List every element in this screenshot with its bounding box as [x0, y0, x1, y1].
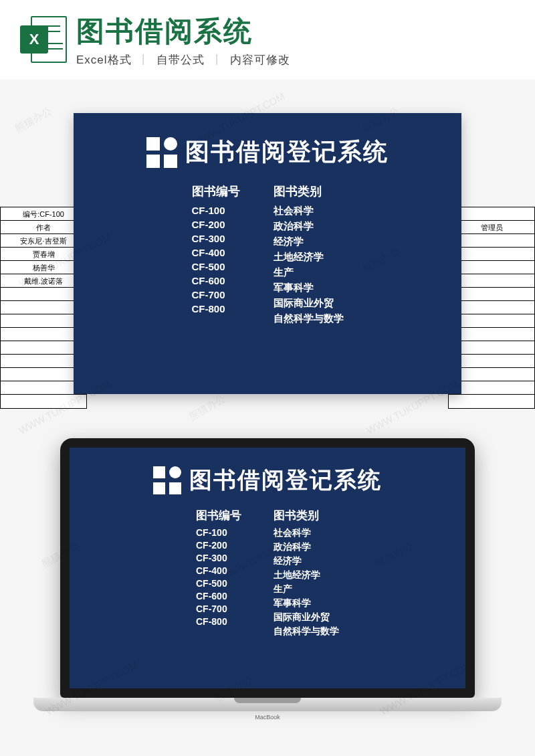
list-item: CF-600 — [192, 274, 240, 288]
list-item: 国际商业外贸 — [274, 610, 339, 624]
table-row — [449, 234, 534, 248]
list-item: CF-700 — [192, 288, 240, 302]
laptop-screen: 图书借阅登记系统 图书编号 CF-100CF-200CF-300CF-400CF… — [70, 448, 465, 688]
table-row — [449, 355, 534, 368]
card-title: 图书借阅登记系统 — [189, 465, 382, 496]
header-sub3: 内容可修改 — [230, 54, 290, 66]
list-item: CF-500 — [192, 260, 240, 274]
list-item: 经济学 — [274, 554, 339, 568]
excel-icon: X — [20, 16, 67, 63]
list-item: 社会科学 — [274, 526, 339, 540]
list-item: 土地经济学 — [274, 568, 339, 582]
table-row — [1, 395, 86, 408]
column-categories: 图书类别 社会科学政治科学经济学土地经济学生产军事科学国际商业外贸自然科学与数学 — [274, 508, 339, 638]
list-item: 土地经济学 — [274, 250, 344, 265]
header-subtitle: Excel格式 丨 自带公式 丨 内容可修改 — [76, 52, 515, 68]
header-sub2: 自带公式 — [156, 54, 205, 66]
card-body: 图书编号 CF-100CF-200CF-300CF-400CF-500CF-60… — [70, 508, 465, 638]
table-row — [449, 261, 534, 274]
header-title: 图书借阅系统 — [76, 16, 515, 47]
separator: 丨 — [138, 54, 150, 66]
table-row — [449, 328, 534, 341]
card-title-row: 图书借阅登记系统 — [70, 465, 465, 496]
list-item: CF-100 — [192, 203, 240, 217]
list-item: CF-200 — [192, 217, 240, 231]
col2-header: 图书类别 — [274, 183, 344, 199]
laptop-frame: 图书借阅登记系统 图书编号 CF-100CF-200CF-300CF-400CF… — [60, 438, 475, 698]
column-codes: 图书编号 CF-100CF-200CF-300CF-400CF-500CF-60… — [192, 183, 240, 326]
list-item: CF-400 — [196, 564, 241, 577]
list-item: CF-500 — [196, 577, 241, 589]
col1-header: 图书编号 — [192, 183, 240, 199]
separator: 丨 — [211, 54, 223, 66]
preview-area: 编号:CF-100作者安东尼·吉登斯贾春增杨善华戴维.波诺落 管理员 图书借阅登… — [0, 80, 535, 434]
list-item: CF-700 — [196, 602, 241, 615]
list-item: 国际商业外贸 — [274, 296, 344, 311]
list-item: CF-800 — [196, 615, 241, 628]
table-row — [449, 341, 534, 355]
list-item: CF-600 — [196, 589, 241, 602]
list-item: CF-300 — [196, 551, 241, 564]
col2-header: 图书类别 — [274, 508, 339, 523]
table-row — [449, 381, 534, 395]
list-item: 政治科学 — [274, 540, 339, 554]
template-card: 图书借阅登记系统 图书编号 CF-100CF-200CF-300CF-400CF… — [74, 113, 461, 394]
card-title: 图书借阅登记系统 — [185, 136, 389, 169]
laptop-base: MacBook — [33, 698, 502, 711]
list-item: CF-100 — [196, 526, 241, 539]
table-row — [449, 368, 534, 381]
table-row — [449, 207, 534, 221]
excel-badge-letter: X — [20, 25, 48, 54]
template-header: X 图书借阅系统 Excel格式 丨 自带公式 丨 内容可修改 — [0, 0, 535, 80]
table-row — [449, 288, 534, 301]
col1-header: 图书编号 — [196, 508, 241, 523]
list-item: CF-300 — [192, 231, 240, 246]
list-item: 军事科学 — [274, 280, 344, 296]
table-row — [449, 274, 534, 288]
table-row — [449, 395, 534, 408]
header-text: 图书借阅系统 Excel格式 丨 自带公式 丨 内容可修改 — [76, 16, 515, 68]
list-item: 经济学 — [274, 234, 344, 250]
column-codes: 图书编号 CF-100CF-200CF-300CF-400CF-500CF-60… — [196, 508, 241, 638]
header-sub1: Excel格式 — [76, 54, 132, 66]
table-row: 管理员 — [449, 221, 534, 234]
list-item: CF-200 — [196, 539, 241, 551]
list-item: 生产 — [274, 265, 344, 280]
list-item: 自然科学与数学 — [274, 624, 339, 638]
card-title-row: 图书借阅登记系统 — [74, 136, 461, 169]
column-categories: 图书类别 社会科学政治科学经济学土地经济学生产军事科学国际商业外贸自然科学与数学 — [274, 183, 344, 326]
laptop: 图书借阅登记系统 图书编号 CF-100CF-200CF-300CF-400CF… — [60, 438, 475, 711]
table-row — [449, 248, 534, 261]
grid-logo-icon — [146, 137, 177, 168]
list-item: 社会科学 — [274, 203, 344, 219]
list-item: 自然科学与数学 — [274, 311, 344, 326]
list-item: 军事科学 — [274, 596, 339, 610]
grid-logo-icon — [153, 466, 181, 494]
card-body: 图书编号 CF-100CF-200CF-300CF-400CF-500CF-60… — [74, 183, 461, 326]
list-item: CF-400 — [192, 246, 240, 260]
list-item: 生产 — [274, 582, 339, 596]
table-row — [449, 314, 534, 328]
list-item: CF-800 — [192, 302, 240, 316]
laptop-brand: MacBook — [255, 714, 280, 721]
list-item: 政治科学 — [274, 219, 344, 234]
laptop-mockup-area: 图书借阅登记系统 图书编号 CF-100CF-200CF-300CF-400CF… — [0, 434, 535, 742]
table-row — [449, 301, 534, 314]
